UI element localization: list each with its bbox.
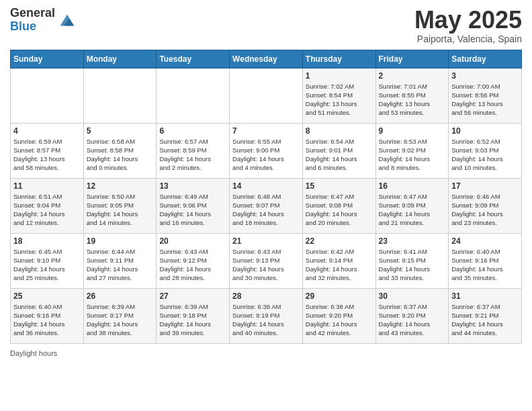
logo: General Blue bbox=[10, 7, 77, 34]
day-info: Sunrise: 6:38 AM Sunset: 9:19 PM Dayligh… bbox=[232, 302, 300, 338]
day-number: 4 bbox=[13, 126, 81, 136]
day-info: Sunrise: 6:50 AM Sunset: 9:05 PM Dayligh… bbox=[87, 192, 154, 228]
logo-general-text: General bbox=[10, 7, 55, 20]
day-number: 20 bbox=[159, 236, 226, 246]
calendar-table: SundayMondayTuesdayWednesdayThursdayFrid… bbox=[10, 50, 522, 344]
day-number: 26 bbox=[87, 291, 154, 301]
calendar-cell: 25Sunrise: 6:40 AM Sunset: 9:16 PM Dayli… bbox=[11, 288, 84, 343]
calendar-week-5: 25Sunrise: 6:40 AM Sunset: 9:16 PM Dayli… bbox=[11, 288, 522, 343]
day-number: 12 bbox=[87, 181, 154, 191]
day-number: 6 bbox=[159, 126, 226, 136]
calendar-cell: 9Sunrise: 6:53 AM Sunset: 9:02 PM Daylig… bbox=[375, 123, 449, 178]
calendar-cell: 21Sunrise: 6:43 AM Sunset: 9:13 PM Dayli… bbox=[230, 233, 303, 288]
calendar-cell: 26Sunrise: 6:39 AM Sunset: 9:17 PM Dayli… bbox=[83, 288, 157, 343]
calendar-week-1: 1Sunrise: 7:02 AM Sunset: 8:54 PM Daylig… bbox=[11, 68, 522, 123]
day-info: Sunrise: 6:55 AM Sunset: 9:00 PM Dayligh… bbox=[232, 137, 300, 173]
logo-blue-text: Blue bbox=[10, 20, 55, 34]
day-info: Sunrise: 6:54 AM Sunset: 9:01 PM Dayligh… bbox=[306, 137, 373, 173]
day-info: Sunrise: 6:37 AM Sunset: 9:20 PM Dayligh… bbox=[379, 302, 446, 338]
day-number: 21 bbox=[232, 236, 300, 246]
daylight-label: Daylight hours bbox=[10, 349, 57, 357]
day-info: Sunrise: 6:37 AM Sunset: 9:21 PM Dayligh… bbox=[451, 302, 519, 338]
calendar-cell: 23Sunrise: 6:41 AM Sunset: 9:15 PM Dayli… bbox=[375, 233, 449, 288]
title-block: May 2025 Paiporta, Valencia, Spain bbox=[414, 7, 522, 44]
calendar-cell: 3Sunrise: 7:00 AM Sunset: 8:56 PM Daylig… bbox=[449, 68, 522, 123]
day-info: Sunrise: 6:43 AM Sunset: 9:13 PM Dayligh… bbox=[232, 247, 300, 283]
calendar-cell: 24Sunrise: 6:40 AM Sunset: 9:16 PM Dayli… bbox=[449, 233, 522, 288]
day-info: Sunrise: 6:59 AM Sunset: 8:57 PM Dayligh… bbox=[13, 137, 81, 173]
day-info: Sunrise: 7:01 AM Sunset: 8:55 PM Dayligh… bbox=[379, 82, 446, 118]
day-info: Sunrise: 7:02 AM Sunset: 8:54 PM Dayligh… bbox=[306, 82, 373, 118]
day-number: 24 bbox=[451, 236, 519, 246]
calendar-cell: 31Sunrise: 6:37 AM Sunset: 9:21 PM Dayli… bbox=[449, 288, 522, 343]
header-thursday: Thursday bbox=[302, 50, 375, 68]
day-number: 25 bbox=[13, 291, 81, 301]
header-friday: Friday bbox=[375, 50, 449, 68]
calendar-cell: 20Sunrise: 6:43 AM Sunset: 9:12 PM Dayli… bbox=[157, 233, 230, 288]
day-number: 9 bbox=[379, 126, 446, 136]
calendar-cell: 18Sunrise: 6:45 AM Sunset: 9:10 PM Dayli… bbox=[11, 233, 84, 288]
calendar-cell: 10Sunrise: 6:52 AM Sunset: 9:03 PM Dayli… bbox=[449, 123, 522, 178]
calendar-cell bbox=[11, 68, 84, 123]
day-info: Sunrise: 6:39 AM Sunset: 9:18 PM Dayligh… bbox=[159, 302, 226, 338]
calendar-location: Paiporta, Valencia, Spain bbox=[414, 34, 522, 44]
day-number: 28 bbox=[232, 291, 300, 301]
day-info: Sunrise: 6:53 AM Sunset: 9:02 PM Dayligh… bbox=[379, 137, 446, 173]
calendar-cell bbox=[157, 68, 230, 123]
day-info: Sunrise: 6:41 AM Sunset: 9:15 PM Dayligh… bbox=[379, 247, 446, 283]
calendar-cell bbox=[230, 68, 303, 123]
day-number: 7 bbox=[232, 126, 300, 136]
day-info: Sunrise: 6:39 AM Sunset: 9:17 PM Dayligh… bbox=[87, 302, 154, 338]
day-info: Sunrise: 6:43 AM Sunset: 9:12 PM Dayligh… bbox=[159, 247, 226, 283]
logo-icon bbox=[58, 11, 77, 30]
calendar-cell: 27Sunrise: 6:39 AM Sunset: 9:18 PM Dayli… bbox=[157, 288, 230, 343]
calendar-cell: 13Sunrise: 6:49 AM Sunset: 9:06 PM Dayli… bbox=[157, 178, 230, 233]
calendar-cell: 17Sunrise: 6:46 AM Sunset: 9:09 PM Dayli… bbox=[449, 178, 522, 233]
calendar-cell bbox=[83, 68, 157, 123]
day-info: Sunrise: 6:44 AM Sunset: 9:11 PM Dayligh… bbox=[87, 247, 154, 283]
calendar-title: May 2025 bbox=[414, 7, 522, 34]
calendar-week-3: 11Sunrise: 6:51 AM Sunset: 9:04 PM Dayli… bbox=[11, 178, 522, 233]
day-info: Sunrise: 6:40 AM Sunset: 9:16 PM Dayligh… bbox=[451, 247, 519, 283]
calendar-cell: 6Sunrise: 6:57 AM Sunset: 8:59 PM Daylig… bbox=[157, 123, 230, 178]
calendar-cell: 14Sunrise: 6:48 AM Sunset: 9:07 PM Dayli… bbox=[230, 178, 303, 233]
calendar-cell: 4Sunrise: 6:59 AM Sunset: 8:57 PM Daylig… bbox=[11, 123, 84, 178]
day-number: 8 bbox=[306, 126, 373, 136]
day-info: Sunrise: 6:40 AM Sunset: 9:16 PM Dayligh… bbox=[13, 302, 81, 338]
day-info: Sunrise: 6:46 AM Sunset: 9:09 PM Dayligh… bbox=[451, 192, 519, 228]
day-info: Sunrise: 6:47 AM Sunset: 9:08 PM Dayligh… bbox=[306, 192, 373, 228]
day-info: Sunrise: 6:51 AM Sunset: 9:04 PM Dayligh… bbox=[13, 192, 81, 228]
calendar-cell: 12Sunrise: 6:50 AM Sunset: 9:05 PM Dayli… bbox=[83, 178, 157, 233]
day-number: 1 bbox=[306, 71, 373, 81]
header-monday: Monday bbox=[83, 50, 157, 68]
calendar-header-row: SundayMondayTuesdayWednesdayThursdayFrid… bbox=[11, 50, 522, 68]
day-info: Sunrise: 6:47 AM Sunset: 9:09 PM Dayligh… bbox=[379, 192, 446, 228]
day-number: 13 bbox=[159, 181, 226, 191]
calendar-cell: 7Sunrise: 6:55 AM Sunset: 9:00 PM Daylig… bbox=[230, 123, 303, 178]
calendar-cell: 11Sunrise: 6:51 AM Sunset: 9:04 PM Dayli… bbox=[11, 178, 84, 233]
day-number: 14 bbox=[232, 181, 300, 191]
day-info: Sunrise: 6:48 AM Sunset: 9:07 PM Dayligh… bbox=[232, 192, 300, 228]
day-number: 17 bbox=[451, 181, 519, 191]
day-number: 19 bbox=[87, 236, 154, 246]
header-sunday: Sunday bbox=[11, 50, 84, 68]
page-header: General Blue May 2025 Paiporta, Valencia… bbox=[10, 7, 522, 44]
header-saturday: Saturday bbox=[449, 50, 522, 68]
calendar-cell: 30Sunrise: 6:37 AM Sunset: 9:20 PM Dayli… bbox=[375, 288, 449, 343]
day-number: 22 bbox=[306, 236, 373, 246]
day-number: 23 bbox=[379, 236, 446, 246]
day-number: 31 bbox=[451, 291, 519, 301]
day-info: Sunrise: 6:52 AM Sunset: 9:03 PM Dayligh… bbox=[451, 137, 519, 173]
day-number: 11 bbox=[13, 181, 81, 191]
day-number: 18 bbox=[13, 236, 81, 246]
calendar-cell: 5Sunrise: 6:58 AM Sunset: 8:58 PM Daylig… bbox=[83, 123, 157, 178]
day-number: 29 bbox=[306, 291, 373, 301]
calendar-cell: 15Sunrise: 6:47 AM Sunset: 9:08 PM Dayli… bbox=[302, 178, 375, 233]
day-info: Sunrise: 6:58 AM Sunset: 8:58 PM Dayligh… bbox=[87, 137, 154, 173]
day-number: 10 bbox=[451, 126, 519, 136]
header-tuesday: Tuesday bbox=[157, 50, 230, 68]
day-number: 30 bbox=[379, 291, 446, 301]
day-number: 27 bbox=[159, 291, 226, 301]
header-wednesday: Wednesday bbox=[230, 50, 303, 68]
day-number: 15 bbox=[306, 181, 373, 191]
